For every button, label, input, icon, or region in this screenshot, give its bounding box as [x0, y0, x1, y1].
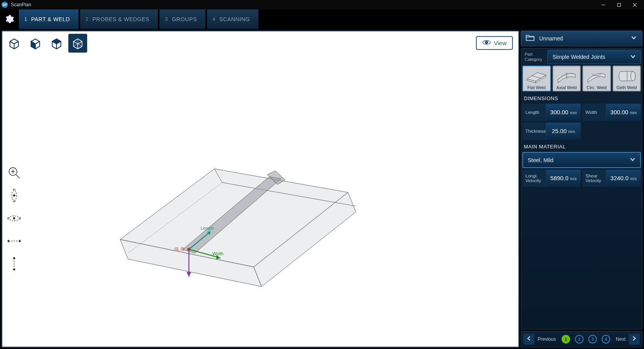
view-button-label: View	[494, 40, 507, 46]
weld-type-circ-weld[interactable]: Circ. Weld	[582, 66, 611, 91]
pager-step-3[interactable]: 3	[588, 335, 597, 344]
svg-rect-1	[617, 3, 620, 6]
svg-line-6	[16, 175, 20, 178]
view-preset-wire[interactable]	[68, 34, 87, 53]
weld-type-icon	[525, 68, 547, 84]
properties-block: PartCategory Simple Welded Joints Flat W…	[521, 48, 642, 329]
step-pager: Previous 1234 Next	[521, 331, 642, 347]
view-preset-iso[interactable]	[5, 34, 24, 53]
pan-vertical-tool[interactable]	[6, 256, 22, 272]
chevron-down-icon	[630, 157, 635, 163]
material-dropdown[interactable]: Steel, Mild	[522, 152, 641, 168]
material-title: MAIN MATERIAL	[522, 141, 641, 150]
window-minimize-button[interactable]	[595, 0, 611, 9]
longi-velocity-field[interactable]: Longi.Velocity 5890.0m/s	[522, 170, 581, 187]
pager-prev-arrow[interactable]	[523, 334, 534, 345]
view-button[interactable]: View	[476, 36, 513, 50]
window-close-button[interactable]	[627, 0, 642, 9]
svg-point-10	[13, 195, 15, 196]
viewport-3d[interactable]: View	[2, 31, 519, 347]
part-category-label: PartCategory	[522, 52, 546, 62]
length-field[interactable]: Length 300.00mm	[522, 104, 581, 121]
tab-part-weld[interactable]: 1PART & WELD	[19, 9, 79, 29]
project-name: Unnamed	[539, 35, 626, 42]
pan-horizontal-tool[interactable]	[6, 233, 22, 249]
orbit-vertical-tool[interactable]	[6, 188, 22, 203]
viewport-tools	[6, 165, 22, 272]
width-field[interactable]: Width 300.00mm	[582, 104, 641, 121]
pager-step-4[interactable]: 4	[602, 335, 610, 344]
chevron-down-icon	[630, 54, 636, 60]
pager-next-arrow[interactable]	[629, 334, 640, 345]
app-logo: SP	[2, 2, 8, 8]
tab-probes-wedges[interactable]: 2PROBES & WEDGES	[80, 9, 158, 29]
window-maximize-button[interactable]	[611, 0, 627, 9]
app-title: ScanPlan	[11, 2, 595, 7]
origin-label: (0, 0)	[174, 247, 185, 251]
chevron-down-icon	[631, 35, 637, 42]
weld-type-icon	[556, 68, 578, 84]
dimensions-title: DIMENSIONS	[522, 93, 641, 102]
orbit-horizontal-tool[interactable]	[6, 210, 22, 226]
tab-groups[interactable]: 3GROUPS	[159, 9, 205, 29]
project-selector[interactable]: Unnamed	[521, 31, 642, 46]
view-preset-top[interactable]	[47, 34, 66, 53]
eye-icon	[482, 39, 491, 47]
width-axis-label: Width	[212, 251, 223, 256]
length-axis-label: Length	[201, 226, 214, 230]
view-preset-front[interactable]	[26, 34, 45, 53]
thickness-field[interactable]: Thickness 25.00mm	[522, 122, 581, 140]
weld-type-axial-weld[interactable]: Axial Weld	[553, 66, 581, 91]
svg-marker-27	[187, 272, 191, 277]
settings-button[interactable]	[0, 9, 19, 29]
pager-next-label[interactable]: Next	[616, 336, 626, 342]
weld-type-icon	[616, 68, 638, 84]
tab-scanning[interactable]: 4SCANNING	[207, 9, 258, 29]
side-panel: Unnamed PartCategory Simple Welded Joint…	[521, 31, 642, 347]
weld-type-flat-weld[interactable]: Flat Weld	[522, 66, 551, 91]
zoom-tool[interactable]	[6, 165, 22, 181]
shear-velocity-field[interactable]: ShearVelocity 3240.0m/s	[582, 170, 641, 187]
pager-prev-label[interactable]: Previous	[538, 336, 556, 342]
weld-type-girth-weld[interactable]: Girth Weld	[613, 66, 641, 91]
view-preset-bar	[5, 34, 87, 53]
pager-step-1[interactable]: 1	[562, 335, 570, 344]
svg-point-12	[13, 217, 15, 219]
svg-point-4	[485, 41, 488, 44]
part-3d-render: (0, 0) Length Width	[112, 161, 364, 302]
part-category-dropdown[interactable]: Simple Welded Joints	[547, 50, 641, 64]
weld-type-cards: Flat WeldAxial WeldCirc. WeldGirth Weld	[522, 66, 641, 91]
pager-step-2[interactable]: 2	[575, 335, 584, 344]
part-category-value: Simple Welded Joints	[553, 54, 605, 60]
title-bar: SP ScanPlan	[0, 0, 644, 9]
svg-point-34	[631, 71, 635, 81]
weld-type-icon	[585, 68, 607, 84]
ribbon: 1PART & WELD2PROBES & WEDGES3GROUPS4SCAN…	[0, 9, 644, 29]
material-value: Steel, Mild	[528, 157, 553, 163]
folder-open-icon	[526, 34, 534, 43]
